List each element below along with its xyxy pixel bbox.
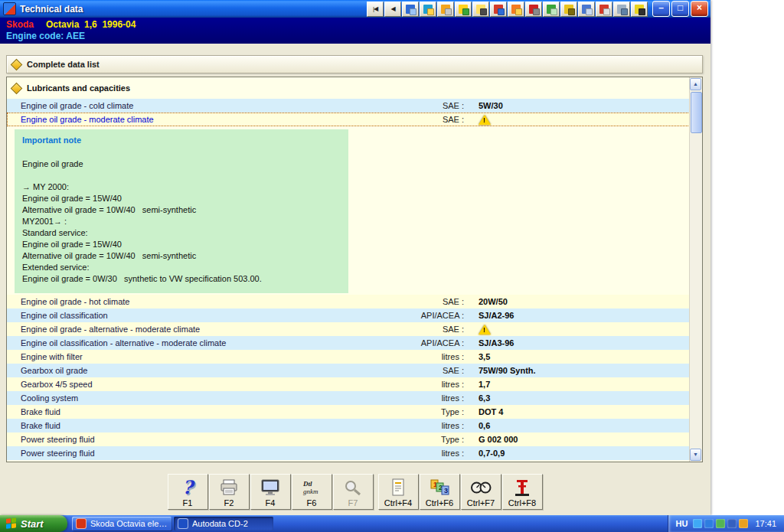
table-row[interactable]: Engine oil grade - alternative - moderat… <box>7 322 690 336</box>
minimize-button[interactable]: – <box>652 1 670 17</box>
vehicle-info-bar: SkodaOctavia 1,6 1996-04 Engine code: AE… <box>0 18 710 44</box>
row-key: SAE : <box>391 366 464 375</box>
tools-icon <box>529 5 538 14</box>
tray-update-icon[interactable] <box>739 519 748 528</box>
table-row[interactable]: Engine oil classification - alternative … <box>7 336 690 350</box>
note-line: Standard service: <box>22 227 341 239</box>
help-button[interactable]: ?F1 <box>168 474 208 510</box>
svg-text:gnkm: gnkm <box>303 488 318 495</box>
screen-button[interactable]: F4 <box>250 474 291 510</box>
close-button[interactable]: × <box>691 1 708 17</box>
gears-icon[interactable] <box>437 2 454 17</box>
table-row[interactable]: Power steering fluidlitres :0,7-0,9 <box>7 446 690 460</box>
restore-button[interactable]: □ <box>671 1 689 17</box>
gears-icon <box>441 5 450 14</box>
row-value: 6,3 <box>464 393 690 403</box>
settings-gear-icon[interactable] <box>578 2 595 17</box>
diagnostics-icon[interactable] <box>508 2 524 17</box>
note-line: Alternative oil grade = 10W/40 semi-synt… <box>22 204 341 216</box>
values-button[interactable]: 123Ctrl+F6 <box>420 474 460 510</box>
complete-data-list-header[interactable]: Complete data list <box>6 55 703 73</box>
table-row[interactable]: Engine oil grade - moderate climateSAE :… <box>7 113 690 126</box>
start-button[interactable]: Start <box>0 515 67 532</box>
scroll-down-icon[interactable]: ▼ <box>690 449 701 461</box>
tray-antivirus-icon[interactable] <box>716 519 725 528</box>
key-icon[interactable] <box>560 2 577 17</box>
section-title: Lubricants and capacities <box>27 83 130 93</box>
table-row[interactable]: Gearbox 4/5 speedlitres :1,7 <box>7 377 690 391</box>
row-label: Engine with filter <box>7 352 391 361</box>
scroll-up-icon[interactable]: ▲ <box>690 78 701 90</box>
row-value: 1,7 <box>464 380 690 389</box>
windows-logo-icon <box>6 517 17 529</box>
numbers-icon: 123 <box>430 478 449 498</box>
lift-button[interactable]: Ctrl+F8 <box>502 474 543 510</box>
data-list-icon[interactable] <box>472 2 489 17</box>
text-note-icon: Dtlgnkm <box>302 478 322 498</box>
table-row[interactable]: Engine oil grade - cold climateSAE :5W/3… <box>7 99 690 113</box>
start-label: Start <box>21 518 44 530</box>
row-label: Brake fluid <box>7 407 391 416</box>
print-button[interactable]: F2 <box>209 474 250 510</box>
table-row[interactable]: Engine oil classificationAPI/ACEA :SJ/A2… <box>7 308 690 322</box>
row-key: API/ACEA : <box>391 311 464 320</box>
row-key: SAE : <box>391 297 464 306</box>
vertical-scrollbar[interactable]: ▲ ▼ <box>689 77 702 462</box>
table-row[interactable]: Brake fluidType :DOT 4 <box>7 405 690 419</box>
service-schedule-icon <box>459 5 468 14</box>
task-icon <box>76 518 87 529</box>
section-header[interactable]: Lubricants and capacities <box>7 77 690 99</box>
notes-button[interactable]: DtlgnkmF6 <box>292 474 332 510</box>
service-schedule-icon[interactable] <box>455 2 472 17</box>
important-note: Important note Engine oil grade→ MY 2000… <box>15 129 348 293</box>
row-key: litres : <box>391 449 464 458</box>
table-row[interactable]: Brake fluidlitres :0,6 <box>7 419 690 432</box>
action-key-label: Ctrl+F4 <box>384 498 412 508</box>
globe-icon <box>617 5 626 14</box>
table-row[interactable]: Cooling systemlitres :6,3 <box>7 391 690 405</box>
note-line: MY2001→ : <box>22 216 341 227</box>
repair-times-icon[interactable] <box>490 2 507 17</box>
toolbar-glyph: |◀ <box>373 5 377 12</box>
help-icon: ? <box>182 478 193 498</box>
contents-icon[interactable] <box>420 2 436 17</box>
taskbar-item-skoda[interactable]: Skoda Octavia elektr... <box>72 517 172 530</box>
row-value: 5W/30 <box>464 101 690 110</box>
tray-display-icon[interactable] <box>727 519 737 528</box>
nav-first-icon[interactable]: |◀ <box>367 2 384 17</box>
window-icon[interactable] <box>402 2 419 17</box>
table-row[interactable]: Engine oil grade - hot climateSAE :20W/5… <box>7 295 690 308</box>
table-row[interactable]: Engine with filterlitres :3,5 <box>7 350 690 364</box>
data-panel: Lubricants and capacities Engine oil gra… <box>6 77 703 462</box>
task-icon <box>178 518 188 529</box>
repair-times-icon <box>494 5 503 14</box>
titlebar[interactable]: Technical data |◀◀ –□× <box>0 0 710 18</box>
tools-icon[interactable] <box>525 2 542 17</box>
row-value: ! <box>464 325 690 335</box>
car-icon[interactable] <box>631 2 648 17</box>
row-key: SAE : <box>391 325 464 334</box>
nav-prev-icon[interactable]: ◀ <box>384 2 401 17</box>
gauges-button[interactable]: Ctrl+F7 <box>461 474 501 510</box>
note-line: Engine oil grade = 15W/40 <box>22 239 341 250</box>
note-line: → MY 2000: <box>22 181 341 193</box>
row-label: Gearbox oil grade <box>7 366 391 375</box>
language-indicator[interactable]: HU <box>676 519 688 528</box>
globe-icon[interactable] <box>613 2 630 17</box>
row-key: litres : <box>391 352 464 361</box>
table-row[interactable]: Gearbox oil gradeSAE :75W/90 Synth. <box>7 364 690 377</box>
table-row[interactable]: Power steering fluidType :G 002 000 <box>7 432 690 446</box>
action-key-label: F7 <box>348 498 358 508</box>
monitor-icon <box>547 5 556 14</box>
toolbar-glyph: ◀ <box>390 5 394 12</box>
rows-bottom: Engine oil grade - hot climateSAE :20W/5… <box>7 295 690 460</box>
data-list-button[interactable]: Ctrl+F4 <box>378 474 419 510</box>
monitor-icon <box>260 478 280 498</box>
tray-volume-icon[interactable] <box>693 519 702 528</box>
scroll-thumb[interactable] <box>691 92 702 133</box>
wiring-icon[interactable] <box>596 2 612 17</box>
taskbar-item-autodata[interactable]: Autodata CD-2 <box>174 517 273 530</box>
monitor-icon[interactable] <box>543 2 560 17</box>
complete-data-list-label: Complete data list <box>27 60 100 69</box>
tray-network-icon[interactable] <box>704 519 714 528</box>
